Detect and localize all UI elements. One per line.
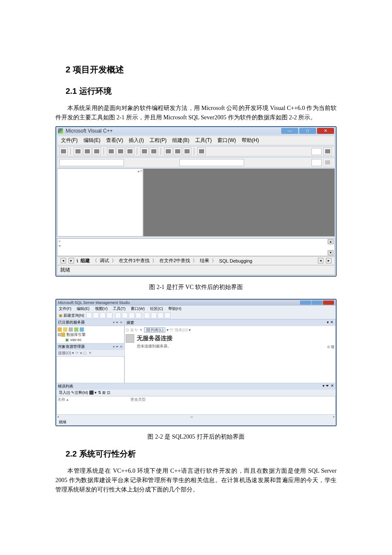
section-2-title: 2 项目开发概述: [66, 64, 337, 75]
copy-icon[interactable]: [116, 147, 125, 155]
error-list-toolbar[interactable]: 导入(I) ✎注释(M) ⬛ ▾ ⇅ ⊞ ⊡: [56, 390, 336, 396]
new-icon[interactable]: [59, 147, 68, 155]
tb-icon[interactable]: [86, 312, 92, 318]
open-icon[interactable]: [74, 147, 82, 155]
tab-sql-debug[interactable]: SQL Debugging: [219, 258, 252, 263]
menu-build[interactable]: 组建(B): [172, 137, 189, 143]
redo-icon[interactable]: [150, 147, 158, 155]
section-2-1-p1: 本系统采用的是面向对象的软件编程研发方法，用 Microsoft 公司的开发环境…: [55, 104, 337, 122]
new-query-icon[interactable]: ▣: [59, 313, 63, 318]
tab-build[interactable]: 组建: [81, 257, 90, 264]
object-explorer-body[interactable]: [56, 356, 124, 383]
minimize-button[interactable]: —: [281, 128, 298, 134]
find-icon[interactable]: [323, 147, 332, 155]
tab-nav-left-icon[interactable]: ◂: [318, 258, 323, 263]
menu-file[interactable]: 文件(F): [59, 306, 72, 311]
menu-insert[interactable]: 插入(I): [129, 137, 144, 143]
tb-icon[interactable]: [115, 312, 121, 318]
tb-icon[interactable]: [164, 312, 170, 318]
new-query-button[interactable]: 新建查询(N): [63, 313, 84, 318]
vc-status-bar: 就绪: [57, 265, 335, 275]
summary-toolbar[interactable]: ⊡ ⊞ ↻ ▼ ▦ 列表(L) ▾ ▤ 报表(O) ▾: [126, 327, 334, 333]
window-list-icon[interactable]: [183, 147, 191, 155]
paste-icon[interactable]: [126, 147, 134, 155]
save-all-icon[interactable]: [92, 147, 101, 155]
menu-help[interactable]: 帮助(H): [168, 306, 182, 311]
integration-icon[interactable]: [74, 327, 78, 332]
output-icon[interactable]: [173, 147, 182, 155]
mdi-client-area: [143, 168, 335, 237]
db-engine-icon[interactable]: [58, 327, 62, 332]
tb-icon[interactable]: [129, 312, 135, 318]
list-button[interactable]: ▦ 列表(L): [144, 327, 166, 332]
tab-find2[interactable]: 在文件2中查找: [159, 257, 190, 264]
menu-help[interactable]: 帮助(H): [242, 137, 259, 143]
menu-file[interactable]: 文件(F): [61, 137, 78, 143]
workspace-icon[interactable]: [164, 147, 173, 155]
menu-edit[interactable]: 编辑(E): [84, 137, 101, 143]
menu-view[interactable]: 视图(V): [95, 306, 108, 311]
ssms-window-title: Microsoft SQL Server Management Studio: [58, 301, 300, 305]
object-explorer-toolbar[interactable]: 连接(O) ▾ ⟳ ■ ◫ ▼: [56, 350, 124, 356]
tb-icon[interactable]: [122, 312, 128, 318]
vc-workspace: ▴ ×: [57, 168, 335, 237]
class-combo[interactable]: [59, 159, 124, 166]
tb-icon[interactable]: [135, 312, 141, 318]
close-button[interactable]: ✕: [317, 128, 334, 134]
output-tabs[interactable]: ◂ ▸ \ 组建 〈调试 〉在文件1中查找 〉在文件2中查找 〉结果 〉SQL …: [57, 256, 335, 265]
maximize-button[interactable]: □: [299, 128, 316, 134]
summary-pane: 摘要▾ ✕ ⊡ ⊞ ↻ ▼ ▦ 列表(L) ▾ ▤ 报表(O) ▾ 无服务器连接…: [124, 319, 336, 383]
registered-servers-toolbar[interactable]: [58, 327, 123, 332]
tab-debug[interactable]: 调试: [100, 257, 109, 264]
save-icon[interactable]: [83, 147, 92, 155]
cut-icon[interactable]: [107, 147, 115, 155]
error-list-grid[interactable]: 名称 ▴ 更改类型: [56, 396, 336, 415]
menu-tools[interactable]: 工具(T): [113, 306, 126, 311]
tab-scroll-right-icon[interactable]: ▸: [69, 258, 74, 263]
connect-button[interactable]: 连接(O) ▾: [58, 351, 75, 355]
member-combo[interactable]: [179, 159, 244, 166]
section-2-2-p1: 本管理系统是在 VC++6.0 环境下使用 C++语言进行软件开发的，而且在数据…: [55, 466, 337, 494]
section-2-2-title: 2.2 系统可行性分析: [66, 448, 337, 460]
col-name[interactable]: 名称 ▴: [58, 397, 69, 402]
tab-find1[interactable]: 在文件1中查找: [119, 257, 150, 264]
menu-edit[interactable]: 编辑(E): [77, 306, 89, 311]
tb-icon[interactable]: [144, 312, 150, 318]
ssms-toolbar: ▣ 新建查询(N): [56, 312, 336, 319]
menu-project[interactable]: 工程(P): [150, 137, 167, 143]
reporting-icon[interactable]: [69, 327, 73, 332]
toolbar-combo[interactable]: [311, 148, 322, 155]
analysis-icon[interactable]: [63, 327, 67, 332]
tree-db-engine[interactable]: ⊟ 数据库引擎: [58, 332, 123, 337]
action-combo[interactable]: [311, 159, 322, 166]
tb-icon[interactable]: [100, 312, 106, 318]
tab-nav-right-icon[interactable]: ▸: [326, 258, 331, 263]
tab-results[interactable]: 结果: [200, 257, 209, 264]
maximize-button[interactable]: [311, 301, 323, 305]
vc-menu-bar[interactable]: 文件(F) 编辑(E) 查看(V) 插入(I) 工程(P) 组建(B) 工具(T…: [57, 136, 335, 145]
close-button[interactable]: [323, 301, 334, 305]
horizontal-scrollbar[interactable]: ◂ ═ ▸: [56, 415, 336, 419]
tb-icon[interactable]: [151, 312, 157, 318]
summary-tab[interactable]: 摘要: [127, 320, 134, 326]
compact-icon[interactable]: [80, 327, 84, 332]
ssms-menu-bar[interactable]: 文件(F) 编辑(E) 视图(V) 工具(T) 窗口(W) 社区(C) 帮助(H…: [56, 306, 336, 312]
menu-community[interactable]: 社区(C): [150, 306, 163, 311]
tab-scroll-left-icon[interactable]: ◂: [61, 258, 66, 263]
minimize-button[interactable]: [300, 301, 311, 305]
menu-tools[interactable]: 工具(T): [195, 137, 212, 143]
tb-icon[interactable]: [107, 312, 112, 318]
menu-window[interactable]: 窗口(W): [131, 306, 145, 311]
undo-icon[interactable]: [140, 147, 149, 155]
scroll-down-icon[interactable]: ▾: [328, 250, 334, 255]
scroll-up-icon[interactable]: ▴: [328, 239, 334, 244]
menu-view[interactable]: 查看(V): [106, 137, 123, 143]
tb-icon[interactable]: [93, 312, 99, 318]
workspace-pane[interactable]: ▴ ×: [57, 168, 143, 237]
tree-server-node[interactable]: ▣vav-ec: [58, 337, 123, 342]
find-in-files-icon[interactable]: [197, 147, 206, 155]
tb-icon[interactable]: [158, 312, 164, 318]
output-pane[interactable]: ×◂ ▴ ▾: [57, 238, 335, 256]
col-change-type[interactable]: 更改类型: [130, 397, 146, 402]
menu-window[interactable]: 窗口(W): [217, 137, 236, 143]
